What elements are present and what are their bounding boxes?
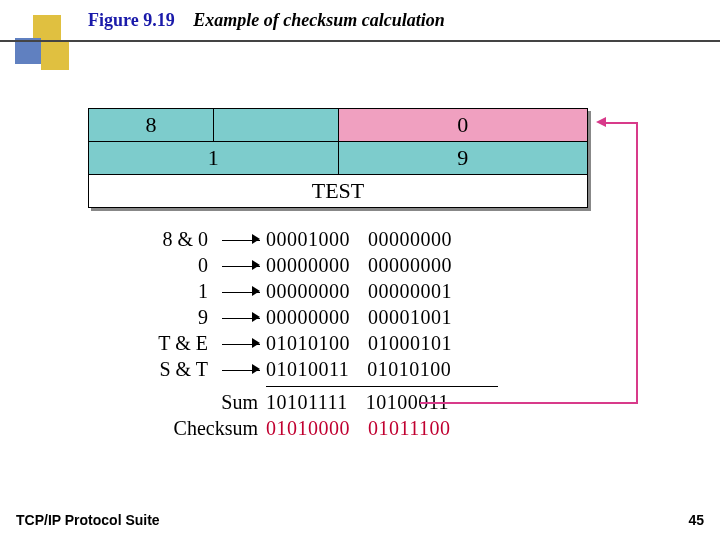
figure-caption: Example of checksum calculation — [193, 10, 445, 30]
calc-row: 1 00000000 00000001 — [88, 278, 608, 304]
sum-separator — [266, 386, 498, 387]
header-rule — [0, 40, 720, 42]
octet: 00001000 — [266, 228, 350, 251]
calc-label: S & T — [88, 358, 216, 381]
octet: 01010000 — [266, 417, 350, 440]
cell-checksum: 0 — [338, 109, 588, 142]
arrow-icon — [216, 280, 266, 303]
arrow-icon — [216, 332, 266, 355]
calc-label: 9 — [88, 306, 216, 329]
octet: 01000101 — [368, 332, 452, 355]
calc-label: 1 — [88, 280, 216, 303]
arrow-icon — [216, 228, 266, 251]
checksum-label: Checksum — [88, 417, 266, 440]
octet: 01011100 — [368, 417, 451, 440]
calc-row: 8 & 0 00001000 00000000 — [88, 226, 608, 252]
octet: 00000001 — [368, 280, 452, 303]
octet: 01010100 — [367, 358, 451, 381]
arrow-icon — [216, 254, 266, 277]
calc-row: T & E 01010100 01000101 — [88, 330, 608, 356]
octet: 00000000 — [368, 254, 452, 277]
octet: 00000000 — [266, 306, 350, 329]
octet: 00000000 — [266, 254, 350, 277]
checksum-row: Checksum 01010000 01011100 — [88, 415, 608, 441]
cell-data: TEST — [89, 175, 588, 208]
slide-header: Figure 9.19 Example of checksum calculat… — [0, 0, 720, 80]
callback-line — [604, 122, 638, 124]
octet: 01010100 — [266, 332, 350, 355]
figure-body: 8 0 1 9 TEST 8 & 0 00001000 00000000 0 0… — [88, 108, 608, 441]
cell-type: 8 — [89, 109, 214, 142]
footer-left: TCP/IP Protocol Suite — [16, 512, 160, 528]
calc-label: T & E — [88, 332, 216, 355]
calc-row: 9 00000000 00001001 — [88, 304, 608, 330]
cell-seq: 9 — [338, 142, 588, 175]
calc-row: 0 00000000 00000000 — [88, 252, 608, 278]
cell-id: 1 — [89, 142, 339, 175]
packet-header-table: 8 0 1 9 TEST — [88, 108, 588, 208]
calc-label: 8 & 0 — [88, 228, 216, 251]
figure-number: Figure 9.19 — [88, 10, 175, 30]
octet: 01010011 — [266, 358, 349, 381]
page-number: 45 — [688, 512, 704, 528]
octet: 10101111 — [266, 391, 348, 414]
cell-code — [213, 109, 338, 142]
calc-row: S & T 01010011 01010100 — [88, 356, 608, 382]
sum-label: Sum — [88, 391, 266, 414]
arrow-icon — [216, 358, 266, 381]
calc-label: 0 — [88, 254, 216, 277]
calculation-block: 8 & 0 00001000 00000000 0 00000000 00000… — [88, 226, 608, 441]
octet: 00001001 — [368, 306, 452, 329]
callback-line — [636, 122, 638, 402]
slide-footer: TCP/IP Protocol Suite 45 — [16, 512, 704, 528]
arrow-icon — [216, 306, 266, 329]
octet: 00000000 — [266, 280, 350, 303]
decor-square — [41, 42, 69, 70]
figure-title: Figure 9.19 Example of checksum calculat… — [88, 10, 445, 31]
octet: 00000000 — [368, 228, 452, 251]
callback-line — [420, 402, 638, 404]
